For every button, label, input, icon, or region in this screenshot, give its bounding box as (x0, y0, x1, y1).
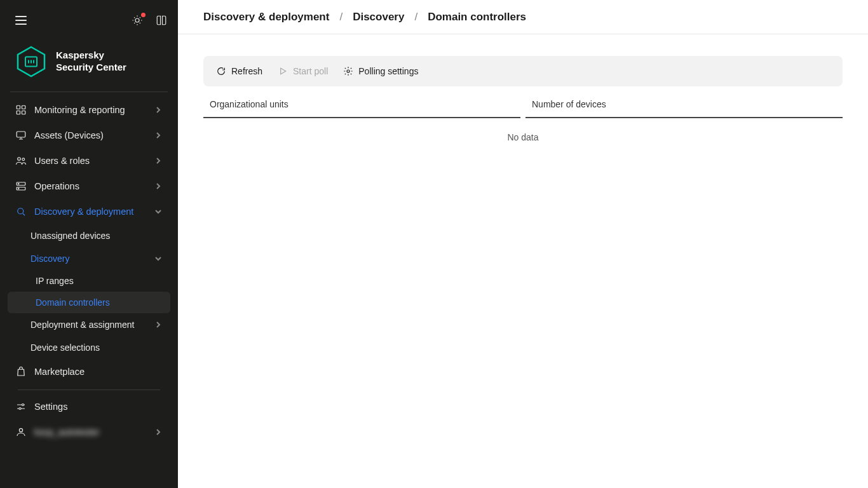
breadcrumb-domain-controllers[interactable]: Domain controllers (428, 11, 526, 24)
table-header-row: Organizational units Number of devices (203, 92, 843, 118)
breadcrumb-sep: / (336, 11, 346, 24)
brand-logo-icon (15, 46, 47, 78)
svg-point-16 (19, 408, 21, 410)
nav-sub-label: Unassigned devices (31, 231, 163, 241)
svg-point-14 (18, 208, 24, 214)
svg-point-12 (18, 184, 19, 184)
content: Refresh Start poll Polling settings Orga… (178, 34, 868, 178)
sidebar-divider (10, 92, 168, 92)
nav-monitoring-reporting[interactable]: Monitoring & reporting (8, 97, 170, 123)
refresh-label: Refresh (231, 66, 262, 76)
nav-item-label: Users & roles (34, 156, 146, 166)
sidebar-divider (18, 390, 160, 390)
nav-sub-label: Device selections (31, 342, 163, 353)
column-number-devices[interactable]: Number of devices (526, 92, 843, 118)
brand-text: Kaspersky Security Center (56, 50, 126, 74)
nav-sub-label: Discovery (31, 254, 149, 264)
nav-deployment-assignment[interactable]: Deployment & assignment (8, 313, 170, 336)
nav-sub2-label: IP ranges (36, 276, 163, 286)
breadcrumb-discovery[interactable]: Discovery (353, 11, 404, 24)
nav-assets-devices[interactable]: Assets (Devices) (8, 123, 170, 148)
search-icon (15, 206, 27, 217)
svg-point-15 (22, 404, 24, 406)
refresh-button[interactable]: Refresh (216, 66, 262, 76)
chevron-right-icon (154, 429, 163, 435)
svg-point-17 (19, 428, 22, 431)
sidebar-top-icons (131, 14, 168, 27)
brand-line1: Kaspersky (56, 50, 126, 62)
nav-device-selections[interactable]: Device selections (8, 336, 170, 359)
sidebar: Kaspersky Security Center Monitoring & r… (0, 0, 178, 488)
svg-rect-5 (17, 111, 20, 114)
chevron-right-icon (154, 158, 163, 164)
play-icon (278, 66, 288, 76)
main-area: Discovery & deployment / Discovery / Dom… (178, 0, 868, 488)
nav-users-roles[interactable]: Users & roles (8, 148, 170, 173)
svg-rect-3 (17, 105, 20, 109)
hamburger-menu-icon[interactable] (15, 16, 27, 25)
dashboard-icon (15, 104, 27, 116)
nav-operations[interactable]: Operations (8, 173, 170, 199)
account-username: kscp_autotester (34, 427, 146, 437)
nav-domain-controllers[interactable]: Domain controllers (8, 292, 170, 313)
notifications-icon[interactable] (131, 14, 144, 27)
toolbar: Refresh Start poll Polling settings (203, 56, 843, 86)
nav-discovery[interactable]: Discovery (8, 247, 170, 270)
polling-settings-label: Polling settings (358, 66, 418, 76)
bag-icon (15, 366, 27, 377)
nav-sub-label: Deployment & assignment (31, 320, 149, 330)
svg-rect-6 (22, 111, 25, 114)
sidebar-nav: Monitoring & reporting Assets (Devices) … (0, 97, 178, 488)
svg-point-9 (22, 158, 25, 161)
chevron-right-icon (154, 132, 163, 139)
nav-item-label: Settings (34, 402, 163, 412)
brand-block[interactable]: Kaspersky Security Center (0, 41, 178, 92)
svg-rect-4 (22, 105, 25, 109)
nav-item-label: Operations (34, 181, 146, 191)
notification-badge (141, 13, 146, 17)
nav-sub2-label: Domain controllers (36, 297, 163, 308)
refresh-icon (216, 66, 226, 76)
nav-account[interactable]: kscp_autotester (8, 419, 170, 445)
breadcrumb-sep: / (410, 11, 421, 24)
table-no-data: No data (203, 118, 843, 156)
nav-unassigned-devices[interactable]: Unassigned devices (8, 224, 170, 247)
breadcrumb: Discovery & deployment / Discovery / Dom… (178, 0, 868, 34)
chevron-right-icon (154, 183, 163, 189)
nav-ip-ranges[interactable]: IP ranges (8, 270, 170, 292)
svg-point-8 (18, 158, 21, 161)
brand-line2: Security Center (56, 62, 126, 74)
monitor-icon (15, 130, 27, 141)
svg-point-13 (18, 188, 19, 189)
nav-settings[interactable]: Settings (8, 394, 170, 419)
help-book-icon[interactable] (155, 14, 168, 27)
server-icon (15, 180, 27, 192)
breadcrumb-discovery-deployment[interactable]: Discovery & deployment (203, 11, 329, 24)
nav-item-label: Monitoring & reporting (34, 105, 146, 115)
users-icon (15, 155, 27, 166)
sliders-icon (15, 401, 27, 412)
chevron-down-icon (154, 255, 163, 262)
nav-marketplace[interactable]: Marketplace (8, 359, 170, 384)
chevron-right-icon (154, 107, 163, 113)
column-org-units[interactable]: Organizational units (203, 92, 520, 118)
user-icon (15, 426, 27, 438)
chevron-down-icon (154, 208, 163, 215)
sidebar-topbar (0, 0, 178, 41)
start-poll-button: Start poll (278, 66, 328, 76)
svg-point-18 (347, 70, 349, 72)
svg-rect-7 (17, 132, 25, 137)
nav-discovery-deployment[interactable]: Discovery & deployment (8, 199, 170, 224)
nav-item-label: Marketplace (34, 367, 163, 377)
chevron-right-icon (154, 322, 163, 328)
polling-settings-button[interactable]: Polling settings (343, 66, 418, 76)
nav-item-label: Discovery & deployment (34, 207, 146, 217)
nav-item-label: Assets (Devices) (34, 130, 146, 140)
gear-icon (343, 66, 353, 76)
svg-point-0 (135, 18, 139, 22)
start-poll-label: Start poll (293, 66, 328, 76)
